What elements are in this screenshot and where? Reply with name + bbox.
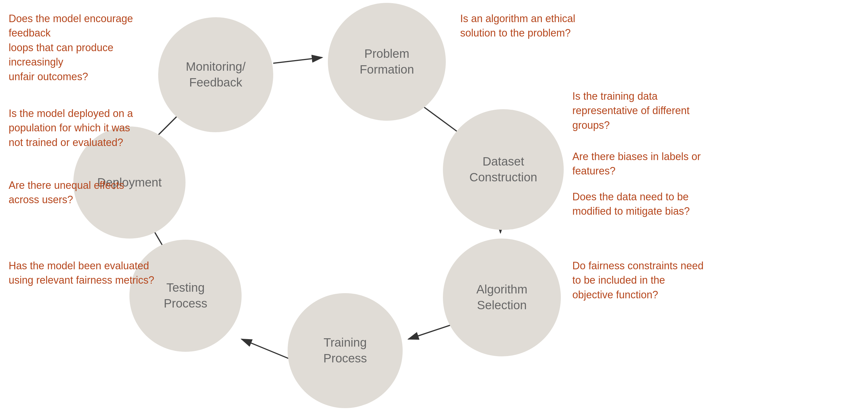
dataset-construction-circle: DatasetConstruction	[443, 109, 564, 230]
monitoring-feedback-circle: Monitoring/Feedback	[158, 17, 273, 132]
question-fairness-metrics: Has the model been evaluatedusing releva…	[9, 258, 164, 288]
monitoring-feedback-label: Monitoring/Feedback	[186, 59, 246, 90]
training-process-label: TrainingProcess	[323, 335, 367, 366]
testing-process-circle: TestingProcess	[129, 240, 242, 352]
dataset-construction-label: DatasetConstruction	[469, 154, 537, 185]
question-feedback-loops: Does the model encourage feedbackloops t…	[9, 11, 152, 84]
question-training-data: Is the training datarepresentative of di…	[572, 89, 710, 133]
algorithm-selection-label: AlgorithmSelection	[476, 282, 527, 313]
problem-formation-circle: ProblemFormation	[328, 3, 446, 121]
question-data-modified: Does the data need to bemodified to miti…	[572, 190, 710, 219]
question-biases-labels: Are there biases in labels orfeatures?	[572, 149, 710, 178]
question-ethical-solution: Is an algorithm an ethicalsolution to th…	[460, 11, 598, 40]
question-deployed-population: Is the model deployed on apopulation for…	[9, 106, 138, 150]
testing-process-label: TestingProcess	[164, 280, 207, 311]
training-process-circle: TrainingProcess	[288, 293, 403, 408]
diagram-container: Monitoring/Feedback ProblemFormation Dat…	[0, 0, 868, 415]
question-unequal-effects: Are there unequal effectsacross users?	[9, 178, 138, 207]
algorithm-selection-circle: AlgorithmSelection	[443, 239, 561, 356]
problem-formation-label: ProblemFormation	[360, 46, 414, 77]
question-fairness-constraints: Do fairness constraints needto be includ…	[572, 258, 710, 302]
